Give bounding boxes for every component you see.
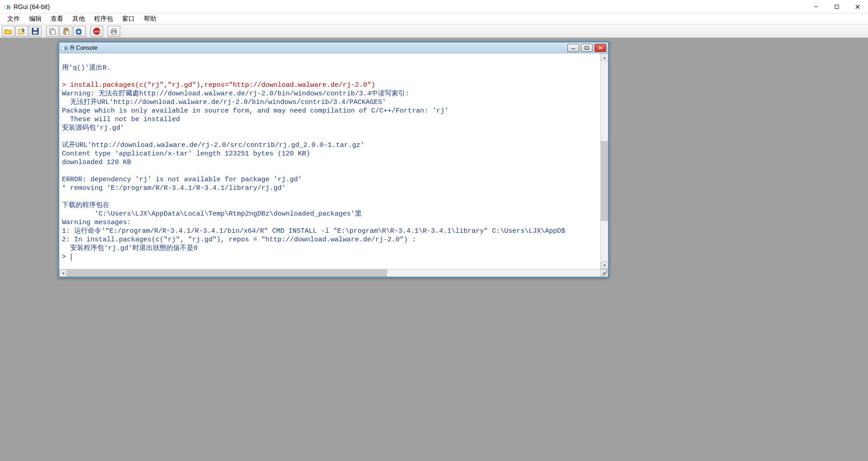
- console-line: 1: 运行命令'"E:/program/R/R-3.4.1/R-3.4.1/bi…: [62, 227, 605, 235]
- mdi-workspace: R R Console 用'q()'退出R. > install.package…: [0, 38, 868, 461]
- console-line: [62, 193, 605, 201]
- svg-text:R: R: [64, 46, 68, 51]
- menu-windows[interactable]: 窗口: [118, 14, 139, 24]
- svg-rect-12: [51, 30, 55, 35]
- console-titlebar[interactable]: R R Console: [59, 42, 608, 53]
- console-line: Content type 'application/x-tar' length …: [62, 150, 605, 158]
- toolbar: STOP: [0, 24, 868, 38]
- menu-help[interactable]: 帮助: [139, 14, 161, 24]
- open-script-button[interactable]: [2, 26, 14, 37]
- svg-rect-4: [835, 5, 839, 9]
- menu-misc[interactable]: 其他: [68, 14, 90, 24]
- maximize-button[interactable]: [826, 0, 847, 14]
- svg-rect-9: [33, 28, 37, 30]
- console-line: [62, 55, 605, 64]
- console-line: ERROR: dependency 'rj' is not available …: [62, 175, 605, 184]
- console-line: [62, 167, 605, 175]
- svg-rect-25: [585, 47, 589, 49]
- scroll-up-icon[interactable]: ▴: [601, 53, 608, 61]
- svg-rect-10: [33, 32, 38, 34]
- menubar: 文件 编辑 查看 其他 程序包 窗口 帮助: [0, 14, 868, 24]
- console-line: 2: In install.packages(c("rj", "rj.gd"),…: [62, 235, 605, 244]
- window-controls: [806, 0, 868, 14]
- console-line: 无法打开URL'http://download.walware.de/rj-2.…: [62, 98, 605, 107]
- console-line: 试开URL'http://download.walware.de/rj-2.0/…: [62, 141, 605, 150]
- console-title: R Console: [70, 44, 566, 51]
- console-prompt-line[interactable]: >: [62, 253, 605, 261]
- menu-file[interactable]: 文件: [3, 14, 24, 24]
- svg-text:R: R: [7, 5, 10, 10]
- svg-rect-19: [112, 28, 116, 30]
- console-vertical-scrollbar[interactable]: ▴ ▾: [600, 53, 608, 269]
- console-line: These will not be installed: [62, 115, 605, 124]
- r-logo-icon: R: [4, 3, 11, 10]
- console-maximize-button[interactable]: [581, 44, 593, 52]
- r-logo-icon: R: [61, 44, 68, 52]
- scroll-left-icon[interactable]: ◂: [59, 269, 67, 277]
- app-titlebar: R RGui (64-bit): [0, 0, 868, 14]
- svg-rect-15: [66, 31, 69, 35]
- console-line: Warning: 无法在貯藏處http://download.walware.d…: [62, 89, 605, 98]
- console-line: 安装源码包'rj.gd': [62, 124, 605, 132]
- app-title: RGui (64-bit): [14, 3, 864, 10]
- stop-button[interactable]: STOP: [90, 26, 103, 37]
- resize-grip-icon[interactable]: [602, 270, 607, 276]
- scroll-down-icon[interactable]: ▾: [601, 261, 608, 269]
- copy-paste-button[interactable]: [73, 26, 86, 37]
- console-line: Warning messages:: [62, 218, 605, 227]
- console-line: [62, 72, 605, 81]
- scroll-track[interactable]: [601, 61, 608, 261]
- print-button[interactable]: [108, 26, 120, 37]
- console-horizontal-scrollbar[interactable]: ◂ ▸: [59, 269, 608, 277]
- svg-rect-14: [65, 28, 67, 29]
- paste-button[interactable]: [60, 26, 72, 37]
- console-line: > install.packages(c("rj","rj.gd"),repos…: [62, 81, 605, 89]
- svg-text:STOP: STOP: [94, 30, 100, 33]
- load-workspace-button[interactable]: [15, 26, 28, 37]
- scroll-track[interactable]: [67, 269, 600, 277]
- console-line: 安装程序包'rj.gd'时退出狀態的值不是0: [62, 244, 605, 253]
- console-line: 用'q()'退出R.: [62, 64, 605, 72]
- console-minimize-button[interactable]: [567, 44, 579, 52]
- console-line: Package which is only available in sourc…: [62, 107, 605, 115]
- scroll-thumb[interactable]: [67, 269, 387, 277]
- menu-edit[interactable]: 编辑: [24, 14, 46, 24]
- save-workspace-button[interactable]: [29, 26, 42, 37]
- scroll-thumb[interactable]: [601, 141, 608, 221]
- console-line: [62, 132, 605, 141]
- menu-view[interactable]: 查看: [46, 14, 68, 24]
- copy-button[interactable]: [46, 26, 59, 37]
- console-body: 用'q()'退出R. > install.packages(c("rj","rj…: [59, 53, 608, 277]
- minimize-button[interactable]: [806, 0, 826, 14]
- console-line: downloaded 120 KB: [62, 158, 605, 167]
- text-cursor: [71, 254, 71, 261]
- console-line: * removing 'E:/program/R/R-3.4.1/R-3.4.1…: [62, 184, 605, 193]
- console-line: 'C:\Users\LJX\AppData\Local\Temp\Rtmp2ng…: [62, 210, 605, 218]
- r-console-window: R R Console 用'q()'退出R. > install.package…: [58, 41, 609, 278]
- svg-rect-20: [112, 32, 116, 34]
- close-button[interactable]: [847, 0, 868, 14]
- console-line: 下载的程序包在: [62, 201, 605, 210]
- console-output[interactable]: 用'q()'退出R. > install.packages(c("rj","rj…: [59, 53, 608, 269]
- menu-packages[interactable]: 程序包: [90, 14, 118, 24]
- console-close-button[interactable]: [594, 44, 606, 52]
